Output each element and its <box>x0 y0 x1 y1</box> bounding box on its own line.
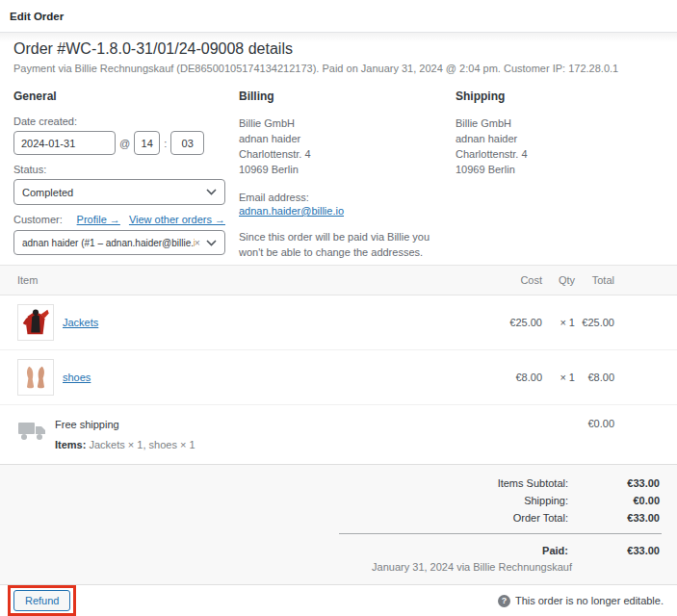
billing-address-line: 10969 Berlin <box>239 162 456 177</box>
items-table-header: Item Cost Qty Total <box>0 265 677 295</box>
billie-address-note: Since this order will be paid via Billie… <box>239 229 446 260</box>
paid-row: Paid: €33.00 <box>0 542 677 559</box>
item-cost: €8.00 <box>484 372 542 383</box>
general-heading: General <box>13 90 225 103</box>
shipping-address-line: Charlottenstr. 4 <box>456 146 664 162</box>
item-total: €8.00 <box>575 372 614 383</box>
not-editable-notice: ? This order is no longer editable. <box>498 595 664 607</box>
date-created-row: @ : <box>13 131 225 155</box>
item-total: €25.00 <box>575 317 614 328</box>
shipping-address: Billie GmbH adnan haider Charlottenstr. … <box>456 116 664 177</box>
totals-row: Order Total: €33.00 <box>0 509 677 526</box>
totals-row: Shipping: €0.00 <box>0 492 677 509</box>
billing-address-line: Billie GmbH <box>239 116 456 131</box>
shipping-address-line: 10969 Berlin <box>456 162 664 177</box>
shipping-items-value: Jackets × 1, shoes × 1 <box>89 439 195 450</box>
billing-address-line: adnan haider <box>239 131 456 146</box>
table-row: shoes €8.00 × 1 €8.00 <box>0 350 677 405</box>
total-column-header: Total <box>575 274 614 286</box>
order-data-columns: General Date created: @ : Status: Comple… <box>0 74 677 254</box>
admin-topbar: Edit Order <box>0 0 677 32</box>
help-icon: ? <box>498 595 510 607</box>
date-created-input[interactable] <box>13 131 116 155</box>
totals-label: Shipping: <box>524 495 568 506</box>
date-created-label: Date created: <box>13 116 225 127</box>
item-qty: × 1 <box>542 372 575 383</box>
order-header: Order #WC-1.8.0-31/01/24-09008 details P… <box>0 33 677 74</box>
order-heading: Order #WC-1.8.0-31/01/24-09008 details <box>13 40 664 58</box>
customer-label: Customer: <box>13 214 63 225</box>
table-row: Jackets €25.00 × 1 €25.00 <box>0 295 677 350</box>
order-payment-summary: Payment via Billie Rechnungskauf (DE8650… <box>13 63 664 74</box>
product-link-jackets[interactable]: Jackets <box>63 317 98 328</box>
totals-value: €33.00 <box>568 512 660 524</box>
paid-date: January 31, 2024 via Billie Rechnungskau… <box>0 559 677 573</box>
customer-selected-value: adnan haider (#1 – adnan.haider@billie.i… <box>22 238 195 248</box>
page-title: Edit Order <box>10 11 667 22</box>
billing-address-line: Charlottenstr. 4 <box>239 146 456 162</box>
status-label: Status: <box>13 164 225 175</box>
item-column-header: Item <box>0 274 484 286</box>
totals-label: Order Total: <box>513 512 568 524</box>
shipping-heading: Shipping <box>456 90 664 103</box>
minute-input[interactable] <box>170 131 204 155</box>
shoes-product-image <box>17 359 54 396</box>
billing-email-link[interactable]: adnan.haider@billie.io <box>239 205 344 217</box>
general-column: General Date created: @ : Status: Comple… <box>13 90 225 254</box>
item-cost: €25.00 <box>484 317 542 328</box>
chevron-down-icon <box>206 240 217 246</box>
totals-label: Items Subtotal: <box>498 477 568 489</box>
totals-value: €0.00 <box>568 495 660 506</box>
profile-link[interactable]: Profile → <box>77 214 120 225</box>
paid-value: €33.00 <box>568 545 660 556</box>
order-actions-footer: Refund ? This order is no longer editabl… <box>0 584 677 616</box>
totals-row: Items Subtotal: €33.00 <box>0 475 677 492</box>
annotation-highlight: Refund <box>8 585 76 616</box>
hour-input[interactable] <box>134 131 160 155</box>
view-other-orders-link[interactable]: View other orders → <box>129 214 225 225</box>
status-select[interactable]: Completed <box>13 179 225 205</box>
time-separator: : <box>164 138 167 149</box>
shipping-address-line: adnan haider <box>456 131 664 146</box>
shipping-address-line: Billie GmbH <box>456 116 664 131</box>
product-link-shoes[interactable]: shoes <box>63 372 91 383</box>
shipping-items-meta: Items: Jackets × 1, shoes × 1 <box>55 439 195 450</box>
billing-column: Billing Billie GmbH adnan haider Charlot… <box>239 90 456 254</box>
truck-icon <box>17 419 46 442</box>
order-items-table: Item Cost Qty Total Jackets €25.00 × 1 € <box>0 265 677 464</box>
qty-column-header: Qty <box>542 274 575 286</box>
jackets-product-image <box>17 304 54 341</box>
order-panel: Order #WC-1.8.0-31/01/24-09008 details P… <box>0 32 677 616</box>
clear-selection-icon[interactable]: × <box>195 237 200 248</box>
refund-button[interactable]: Refund <box>13 590 70 611</box>
cost-column-header: Cost <box>484 274 542 286</box>
customer-select[interactable]: adnan haider (#1 – adnan.haider@billie.i… <box>13 230 225 255</box>
email-address-label: Email address: <box>239 190 456 205</box>
customer-label-row: Customer: Profile → View other orders → <box>13 214 225 225</box>
not-editable-text: This order is no longer editable. <box>515 595 664 606</box>
totals-value: €33.00 <box>568 477 660 489</box>
shipping-items-label: Items: <box>55 439 86 450</box>
billing-address: Billie GmbH adnan haider Charlottenstr. … <box>239 116 456 177</box>
totals-divider <box>339 533 662 534</box>
paid-label: Paid: <box>542 545 568 556</box>
status-selected-value: Completed <box>22 187 206 198</box>
item-qty: × 1 <box>542 317 575 328</box>
chevron-down-icon <box>206 189 217 195</box>
shipping-line-row: Free shipping Items: Jackets × 1, shoes … <box>0 405 677 464</box>
shipping-column: Shipping Billie GmbH adnan haider Charlo… <box>456 90 664 254</box>
order-totals: Items Subtotal: €33.00 Shipping: €0.00 O… <box>0 464 677 584</box>
customer-links: Profile → View other orders → <box>71 214 225 225</box>
shipping-method-name: Free shipping <box>55 418 195 432</box>
shipping-line-total: €0.00 <box>575 418 614 429</box>
at-separator: @ <box>119 138 130 149</box>
billing-heading: Billing <box>239 90 456 103</box>
